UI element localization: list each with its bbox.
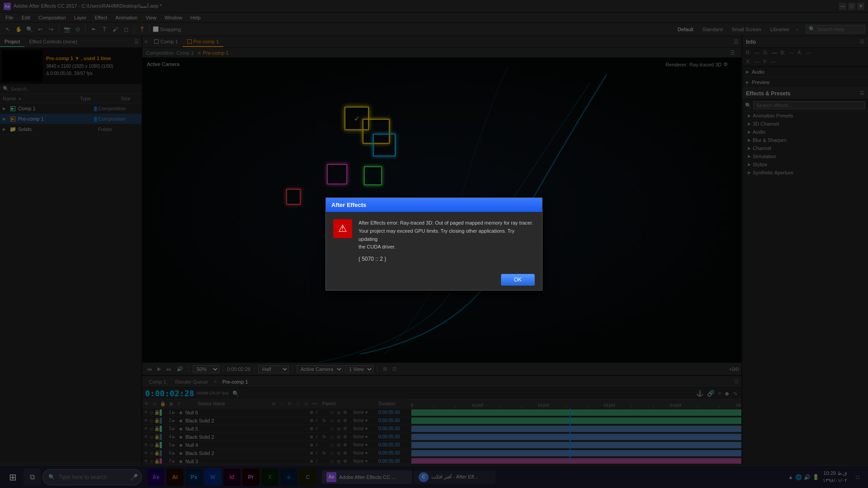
modal-dialog: After Effects ⚠ After Effects error: Ray… bbox=[326, 197, 542, 290]
modal-overlay[interactable]: After Effects ⚠ After Effects error: Ray… bbox=[0, 0, 868, 488]
modal-body: ⚠ After Effects error: Ray-traced 3D: Ou… bbox=[326, 212, 542, 269]
modal-error-code: ( 5070 :: 2 ) bbox=[359, 256, 535, 262]
modal-title-bar: After Effects bbox=[326, 198, 542, 212]
modal-error-text: After Effects error: Ray-traced 3D: Out … bbox=[359, 219, 535, 251]
modal-content: After Effects error: Ray-traced 3D: Out … bbox=[359, 219, 535, 262]
modal-footer: OK bbox=[326, 269, 542, 290]
modal-ok-button[interactable]: OK bbox=[501, 274, 535, 286]
warning-icon: ⚠ bbox=[333, 219, 352, 238]
